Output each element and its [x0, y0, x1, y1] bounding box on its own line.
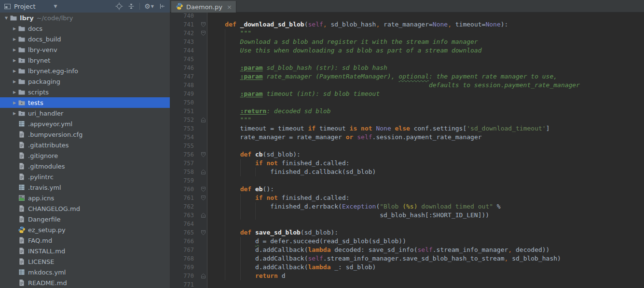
tab-close-icon[interactable]: ×: [227, 3, 232, 11]
code-line-755[interactable]: 755: [170, 142, 644, 150]
code-text[interactable]: [207, 220, 210, 228]
code-text[interactable]: def save_sd_blob(sd_blob):: [207, 228, 338, 237]
tree-item-bumpversion-cfg[interactable]: .bumpversion.cfg: [0, 129, 170, 140]
code-line-742[interactable]: 742 """: [170, 29, 644, 38]
code-editor[interactable]: 740741 def _download_sd_blob(self, sd_bl…: [170, 13, 644, 288]
expand-arrow-icon[interactable]: ▶: [11, 79, 18, 84]
tree-item-lbry[interactable]: ▼lbry~/code/lbry: [0, 13, 170, 23]
tree-item-readme-md[interactable]: README.md: [0, 277, 170, 288]
expand-arrow-icon[interactable]: ▶: [11, 26, 18, 31]
tree-item-travis-yml[interactable]: .travis.yml: [0, 182, 170, 193]
code-line-763[interactable]: 763 sd_blob_hash[:SHORT_ID_LEN])): [170, 211, 644, 220]
code-text[interactable]: [207, 142, 210, 150]
fold-marker-icon[interactable]: [194, 272, 207, 280]
code-text[interactable]: d.addCallback(lambda decoded: save_sd_in…: [207, 246, 549, 254]
code-line-751[interactable]: 751 :return: decoded sd blob: [170, 107, 644, 116]
code-line-749[interactable]: 749 :param timeout (int): sd blob timeou…: [170, 90, 644, 98]
hide-panel-icon[interactable]: [158, 2, 166, 10]
code-line-747[interactable]: 747 :param rate_manager (PaymentRateMana…: [170, 72, 644, 81]
code-line-768[interactable]: 768 d.addCallback(self.stream_info_manag…: [170, 254, 644, 263]
code-text[interactable]: :param timeout (int): sd blob timeout: [207, 90, 380, 98]
fold-marker-icon[interactable]: [194, 185, 207, 194]
code-text[interactable]: [207, 98, 210, 107]
tree-item-tests[interactable]: ▶tests: [0, 97, 170, 108]
tree-item-ez-setup-py[interactable]: ez_setup.py: [0, 224, 170, 235]
expand-arrow-icon[interactable]: ▶: [11, 111, 18, 116]
tree-item-appveyor-yml[interactable]: .appveyor.yml: [0, 118, 170, 129]
code-text[interactable]: def eb():: [207, 185, 274, 194]
fold-marker-icon[interactable]: [194, 116, 207, 124]
fold-marker-icon[interactable]: [194, 168, 207, 176]
code-line-771[interactable]: 771: [170, 280, 644, 288]
locate-icon[interactable]: [115, 2, 123, 10]
project-panel-title[interactable]: Project: [14, 3, 35, 10]
code-line-744[interactable]: 744 Use this when downloading a sd blob …: [170, 46, 644, 55]
code-line-741[interactable]: 741 def _download_sd_blob(self, sd_blob_…: [170, 20, 644, 29]
tab-daemon-py[interactable]: Daemon.py ×: [171, 1, 236, 13]
code-line-758[interactable]: 758 finished_d.callback(sd_blob): [170, 168, 644, 176]
code-line-769[interactable]: 769 d.addCallback(lambda _: sd_blob): [170, 263, 644, 272]
tree-item-docs[interactable]: ▶docs: [0, 23, 170, 34]
expand-arrow-icon[interactable]: ▶: [11, 48, 18, 52]
code-line-767[interactable]: 767 d.addCallback(lambda decoded: save_s…: [170, 246, 644, 254]
code-text[interactable]: def _download_sd_blob(self, sd_blob_hash…: [207, 20, 508, 29]
fold-marker-icon[interactable]: [194, 194, 207, 202]
code-line-746[interactable]: 746 :param sd_blob_hash (str): sd blob h…: [170, 64, 644, 72]
tree-item-mkdocs-yml[interactable]: mkdocs.yml: [0, 267, 170, 277]
code-line-766[interactable]: 766 d = defer.succeed(read_sd_blob(sd_bl…: [170, 237, 644, 246]
code-line-756[interactable]: 756 def cb(sd_blob):: [170, 150, 644, 159]
code-text[interactable]: Use this when downloading a sd blob as p…: [207, 46, 482, 55]
code-text[interactable]: finished_d.callback(sd_blob): [207, 168, 376, 176]
code-line-748[interactable]: 748 defaults to session.payment_rate_man…: [170, 81, 644, 90]
fold-marker-icon[interactable]: [194, 228, 207, 237]
code-text[interactable]: if not finished_d.called:: [207, 159, 350, 168]
collapse-all-icon[interactable]: [127, 2, 135, 10]
code-line-743[interactable]: 743 Download a sd blob and register it w…: [170, 38, 644, 46]
code-text[interactable]: d = defer.succeed(read_sd_blob(sd_blob)): [207, 237, 406, 246]
code-line-762[interactable]: 762 finished_d.errback(Exception("Blob (…: [170, 202, 644, 211]
code-line-752[interactable]: 752 """: [170, 116, 644, 124]
expand-arrow-icon[interactable]: ▶: [11, 37, 18, 41]
tree-item-install-md[interactable]: INSTALL.md: [0, 246, 170, 256]
code-text[interactable]: return d: [207, 272, 286, 280]
code-line-764[interactable]: 764: [170, 220, 644, 228]
code-text[interactable]: d.addCallback(lambda _: sd_blob): [207, 263, 376, 272]
code-text[interactable]: :param sd_blob_hash (str): sd blob hash: [207, 64, 387, 72]
code-text[interactable]: timeout = timeout if timeout is not None…: [207, 124, 549, 133]
code-text[interactable]: :param rate_manager (PaymentRateManager)…: [207, 72, 557, 81]
code-line-754[interactable]: 754 rate_manager = rate_manager or self.…: [170, 133, 644, 142]
tree-item-scripts[interactable]: ▶scripts: [0, 87, 170, 97]
code-line-740[interactable]: 740: [170, 13, 644, 20]
code-text[interactable]: [207, 280, 210, 288]
expand-arrow-icon[interactable]: ▶: [11, 69, 18, 73]
tree-item-license[interactable]: LICENSE: [0, 256, 170, 267]
tree-item-uri-handler[interactable]: ▶uri_handler: [0, 108, 170, 118]
code-text[interactable]: defaults to session.payment_rate_manager: [207, 81, 580, 90]
tree-item-gitmodules[interactable]: .gitmodules: [0, 161, 170, 171]
code-line-761[interactable]: 761 if not finished_d.called:: [170, 194, 644, 202]
code-line-765[interactable]: 765 def save_sd_blob(sd_blob):: [170, 228, 644, 237]
expand-arrow-icon[interactable]: ▶: [11, 58, 18, 63]
tree-item-packaging[interactable]: ▶packaging: [0, 76, 170, 87]
expand-arrow-icon[interactable]: ▼: [3, 16, 10, 20]
code-text[interactable]: """: [207, 29, 251, 38]
code-text[interactable]: rate_manager = rate_manager or self.sess…: [207, 133, 482, 142]
fold-marker-icon[interactable]: [194, 29, 207, 38]
code-line-745[interactable]: 745: [170, 55, 644, 64]
tree-item-dangerfile[interactable]: Dangerfile: [0, 214, 170, 224]
code-text[interactable]: if not finished_d.called:: [207, 194, 350, 202]
fold-marker-icon[interactable]: [194, 150, 207, 159]
code-text[interactable]: Download a sd blob and register it with …: [207, 38, 478, 46]
fold-marker-icon[interactable]: [194, 20, 207, 29]
tree-item-lbrynet-egg-info[interactable]: ▶lbrynet.egg-info: [0, 65, 170, 76]
tree-item-faq-md[interactable]: FAQ.md: [0, 235, 170, 246]
code-line-770[interactable]: 770 return d: [170, 272, 644, 280]
tree-item-docs-build[interactable]: ▶docs_build: [0, 34, 170, 44]
chevron-down-icon[interactable]: ▼: [54, 4, 57, 9]
code-text[interactable]: [207, 55, 210, 64]
code-text[interactable]: sd_blob_hash[:SHORT_ID_LEN])): [207, 211, 489, 220]
tree-item-gitattributes[interactable]: .gitattributes: [0, 140, 170, 150]
code-line-750[interactable]: 750: [170, 98, 644, 107]
fold-marker-icon[interactable]: [194, 211, 207, 220]
code-line-759[interactable]: 759: [170, 176, 644, 185]
